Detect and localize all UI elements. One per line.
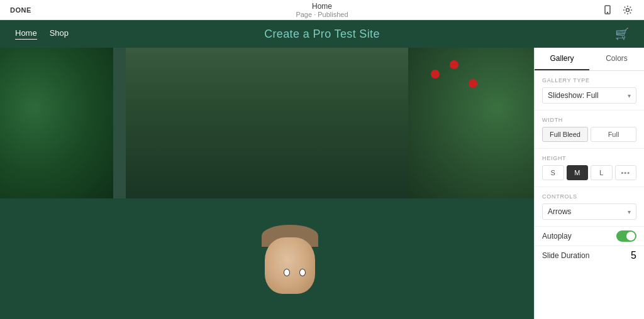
- arrows-chevron-icon: ▾: [628, 208, 631, 215]
- page-status: Page · Published: [296, 11, 348, 18]
- height-section: HEIGHT S M L •••: [535, 149, 644, 187]
- eye-left: [284, 269, 290, 276]
- canvas-area[interactable]: [0, 48, 534, 319]
- tab-gallery[interactable]: Gallery: [535, 48, 589, 70]
- nav-item-shop[interactable]: Shop: [50, 28, 69, 40]
- width-btn-group: Full Bleed Full: [542, 127, 636, 142]
- width-label: WIDTH: [542, 117, 636, 123]
- site-title: Create a Pro Test Site: [264, 28, 380, 40]
- height-btn-group: S M L •••: [542, 165, 636, 180]
- autoplay-toggle[interactable]: [616, 230, 636, 242]
- svg-point-2: [626, 8, 630, 11]
- page-title: Home: [296, 2, 348, 11]
- cart-icon[interactable]: 🛒: [615, 27, 629, 41]
- controls-label: CONTROLS: [542, 193, 636, 200]
- chevron-down-icon: ▾: [628, 92, 631, 99]
- height-s-btn[interactable]: S: [542, 165, 564, 180]
- height-more-btn[interactable]: •••: [615, 165, 637, 180]
- slide-duration-label: Slide Duration: [542, 251, 589, 260]
- gallery-type-value: Slideshow: Full: [548, 91, 599, 100]
- nav-right: 🛒: [615, 27, 629, 41]
- eye-right: [299, 269, 306, 276]
- autoplay-label: Autoplay: [542, 232, 572, 241]
- arrows-value: Arrows: [548, 207, 571, 216]
- gallery-type-section: GALLERY TYPE Slideshow: Full ▾: [535, 71, 644, 111]
- gallery-type-dropdown[interactable]: Slideshow: Full ▾: [542, 87, 636, 104]
- nav-center: Create a Pro Test Site: [264, 28, 380, 41]
- controls-section: CONTROLS Arrows ▾: [535, 187, 644, 227]
- flower-1: [450, 60, 458, 69]
- height-l-btn[interactable]: L: [591, 165, 613, 180]
- arrows-dropdown[interactable]: Arrows ▾: [542, 203, 636, 220]
- height-m-btn[interactable]: M: [567, 165, 589, 180]
- bottom-section: [0, 198, 534, 319]
- slide-duration-value: 5: [631, 250, 636, 261]
- device-icon[interactable]: [601, 4, 614, 16]
- flower-2: [469, 79, 477, 88]
- hero-section: [0, 48, 534, 198]
- settings-icon[interactable]: [621, 4, 634, 16]
- gallery-type-label: GALLERY TYPE: [542, 77, 636, 84]
- bottom-person: [252, 219, 328, 319]
- nav-bar: Home Shop Create a Pro Test Site 🛒: [0, 20, 644, 48]
- nav-item-home[interactable]: Home: [15, 28, 37, 40]
- nav-left: Home Shop: [15, 28, 69, 40]
- eyes: [284, 269, 306, 276]
- width-full-btn[interactable]: Full: [591, 127, 636, 142]
- bottom-face: [265, 237, 315, 294]
- autoplay-row: Autoplay: [535, 227, 644, 246]
- width-full-bleed-btn[interactable]: Full Bleed: [542, 127, 588, 142]
- top-bar-center: Home Page · Published: [296, 2, 348, 18]
- slide-duration-row: Slide Duration 5: [535, 246, 644, 265]
- plant-right: [408, 48, 534, 198]
- flower-3: [431, 70, 440, 78]
- bg-center: [126, 48, 408, 198]
- tab-colors[interactable]: Colors: [589, 48, 644, 70]
- main-content: Gallery Colors GALLERY TYPE Slideshow: F…: [0, 48, 644, 319]
- top-bar-right: [601, 4, 634, 16]
- done-button[interactable]: DONE: [10, 6, 31, 14]
- right-panel: Gallery Colors GALLERY TYPE Slideshow: F…: [534, 48, 644, 319]
- width-section: WIDTH Full Bleed Full: [535, 111, 644, 149]
- panel-tabs: Gallery Colors: [535, 48, 644, 71]
- top-bar: DONE Home Page · Published: [0, 0, 644, 20]
- height-label: HEIGHT: [542, 155, 636, 161]
- plant-left: [0, 48, 113, 198]
- svg-point-1: [608, 12, 608, 13]
